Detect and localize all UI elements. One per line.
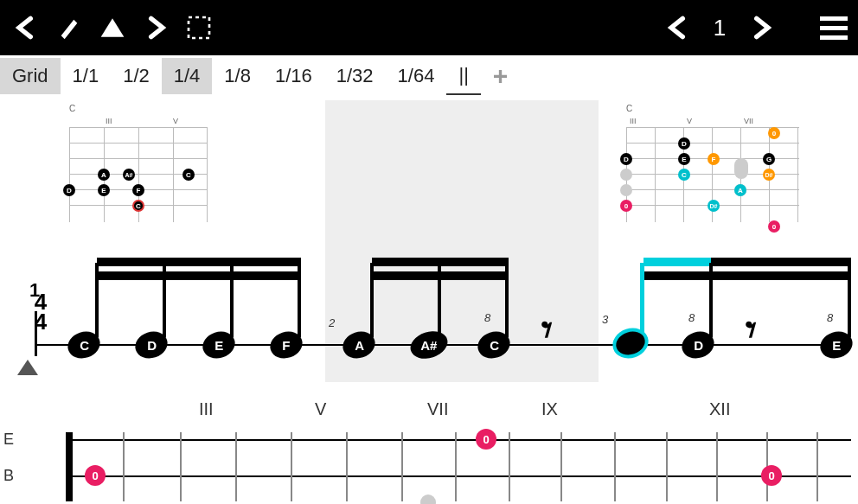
note-label: D xyxy=(147,338,157,353)
beam xyxy=(644,258,713,266)
page-next-icon[interactable] xyxy=(742,9,780,47)
chord-diagram-right[interactable]: C III V VII 0 D xyxy=(626,104,799,222)
chord-dot: A xyxy=(98,169,110,181)
note-label: F xyxy=(282,338,290,353)
page-prev-icon[interactable] xyxy=(659,9,697,47)
fb-fret xyxy=(235,432,237,501)
chord-dot: G xyxy=(763,153,775,165)
note[interactable]: C xyxy=(67,332,100,358)
chord-dot: D# xyxy=(763,169,775,181)
finger-label: 8 xyxy=(484,311,490,324)
page-number: 1 xyxy=(702,15,737,41)
chord-root: C xyxy=(69,104,208,113)
chord-dot-grey xyxy=(620,169,632,181)
chord-dot: E xyxy=(678,153,690,165)
note[interactable]: D xyxy=(135,332,168,358)
fb-fret xyxy=(816,432,818,501)
note[interactable]: D xyxy=(682,332,714,358)
note[interactable]: E xyxy=(202,332,235,358)
chord-dot-grey xyxy=(734,158,748,179)
fb-dot[interactable]: 0 xyxy=(761,465,782,486)
fb-string-line xyxy=(66,439,851,441)
fret-label: VII xyxy=(744,117,753,125)
nav-forward-icon[interactable] xyxy=(137,9,175,47)
chord-dot: C xyxy=(182,169,195,181)
grid-label[interactable]: Grid xyxy=(0,58,61,94)
chord-dot: D xyxy=(678,137,690,150)
note-label: E xyxy=(832,338,841,353)
fret-pos: XII xyxy=(709,399,730,419)
note-current[interactable] xyxy=(612,329,649,358)
finger-label: 8 xyxy=(688,311,695,324)
fb-fret xyxy=(455,432,457,501)
playback-cursor-icon[interactable] xyxy=(17,360,38,375)
chord-grid: 0 D D E C F A D# G D# 0 0 xyxy=(626,127,799,222)
chord-dot: E xyxy=(98,184,110,196)
fb-dot[interactable]: 0 xyxy=(85,465,106,486)
chord-dot: D# xyxy=(708,200,720,212)
tool-play-icon[interactable] xyxy=(93,9,131,47)
chord-dot: 0 xyxy=(620,200,632,212)
grid-option-3[interactable]: 1/8 xyxy=(212,58,263,94)
fb-fret xyxy=(401,432,403,501)
note-label: C xyxy=(490,338,499,353)
fb-fret xyxy=(716,432,718,501)
fb-fret xyxy=(509,432,510,501)
grid-option-2[interactable]: 1/4 xyxy=(162,58,213,94)
note-label: D xyxy=(694,338,703,353)
fret-pos: IX xyxy=(541,399,558,419)
chord-dot: D xyxy=(620,153,632,165)
fret-pos: V xyxy=(315,399,326,419)
note[interactable]: A xyxy=(343,332,375,358)
beam xyxy=(97,258,301,266)
time-signature[interactable]: 1 4 4 xyxy=(28,292,54,333)
grid-option-0[interactable]: 1/1 xyxy=(61,58,112,94)
fb-string-line xyxy=(66,475,851,477)
fret-label: V xyxy=(687,117,692,125)
fb-dot[interactable]: 0 xyxy=(476,429,496,450)
nav-back-icon[interactable] xyxy=(7,9,45,47)
fret-pos: VII xyxy=(427,399,448,419)
grid-toolbar: Grid 1/1 1/2 1/4 1/8 1/16 1/32 1/64 || + xyxy=(0,55,858,97)
chord-dot: A# xyxy=(123,169,135,181)
fb-fret xyxy=(123,432,125,501)
fret-pos: III xyxy=(199,399,214,419)
tool-pencil-icon[interactable] xyxy=(50,9,88,47)
chord-grid: D A E A# F C C xyxy=(69,127,208,222)
fb-fret xyxy=(666,432,668,501)
timesig-unit: 4 xyxy=(28,312,54,332)
tool-select-icon[interactable] xyxy=(180,9,218,47)
note[interactable]: A# xyxy=(410,332,448,358)
top-toolbar: 1 xyxy=(0,0,858,55)
finger-label: 8 xyxy=(827,311,833,324)
fret-position-labels: III V VII IX XII xyxy=(0,399,858,425)
chord-root: C xyxy=(626,104,799,113)
note[interactable]: C xyxy=(477,332,510,358)
fretboard[interactable]: E B 0 0 0 xyxy=(0,432,858,501)
beam xyxy=(97,271,301,280)
grid-option-5[interactable]: 1/32 xyxy=(324,58,386,94)
staff[interactable]: 1 4 4 C D E F 2 xyxy=(0,261,858,373)
fb-fret xyxy=(560,432,562,501)
chord-dot: D xyxy=(63,184,75,196)
beam xyxy=(644,271,851,280)
fb-fret xyxy=(180,432,182,501)
grid-option-1[interactable]: 1/2 xyxy=(111,58,162,94)
content-area: C III V D A E A# F C C C xyxy=(0,97,858,504)
grid-option-4[interactable]: 1/16 xyxy=(263,58,324,94)
chord-dot: A xyxy=(734,184,746,196)
chord-dot: F xyxy=(132,184,144,196)
chord-dot: C xyxy=(678,169,690,181)
grid-option-6[interactable]: 1/64 xyxy=(386,58,447,94)
fb-fret xyxy=(291,432,292,501)
note[interactable]: F xyxy=(270,332,303,358)
note-label: E xyxy=(214,338,223,353)
beam xyxy=(711,258,851,266)
note[interactable]: E xyxy=(820,332,853,358)
grid-barline[interactable]: || xyxy=(446,57,480,95)
menu-icon[interactable] xyxy=(816,10,851,45)
chord-diagram-left[interactable]: C III V D A E A# F C C xyxy=(69,104,208,222)
fb-marker xyxy=(420,494,436,504)
grid-add-button[interactable]: + xyxy=(481,54,521,98)
chord-dot: F xyxy=(708,153,720,165)
